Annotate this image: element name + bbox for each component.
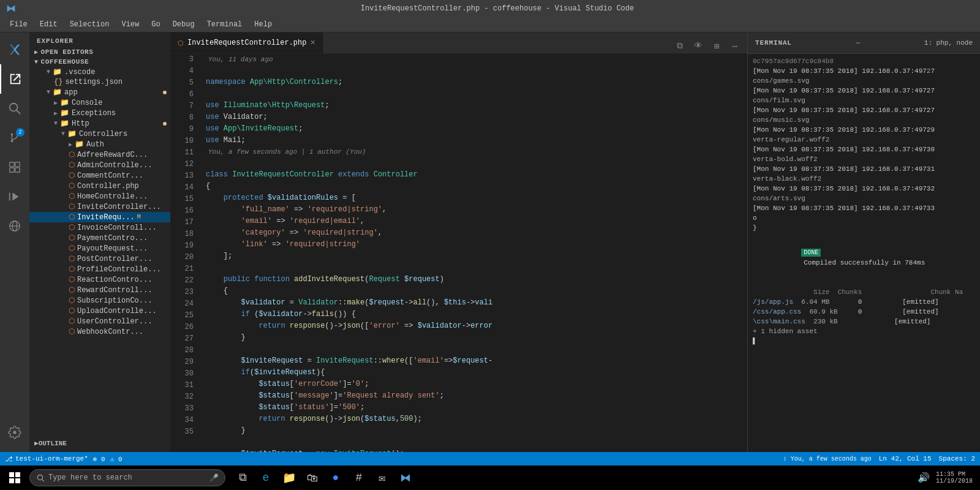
code-line-21: $validator = Validator::make($request->a… <box>206 297 742 309</box>
edge-icon[interactable]: e <box>256 468 276 488</box>
activity-source-control-icon[interactable]: 2 <box>0 123 29 153</box>
svg-point-4 <box>11 140 13 143</box>
code-line-4 <box>206 88 742 100</box>
tree-post-file[interactable]: ⬡ PostController... <box>29 254 170 264</box>
tree-controller-file[interactable]: ⬡ Controller.php <box>29 181 170 191</box>
php-icon: ⬡ <box>69 306 75 315</box>
code-line-33 <box>206 437 742 448</box>
status-spaces[interactable]: Spaces: 2 <box>939 455 975 462</box>
activity-settings-icon[interactable] <box>0 418 29 447</box>
tree-payment-file[interactable]: ⬡ PaymentContro... <box>29 233 170 243</box>
folder-label: Console <box>72 99 102 107</box>
coffeehouse-arrow: ▼ <box>34 59 39 66</box>
tree-webhook-file[interactable]: ⬡ WebhookContr... <box>29 326 170 337</box>
php-icon: ⬡ <box>69 296 75 305</box>
tree-controllers-folder[interactable]: ▼ 📁 Controllers <box>29 129 170 139</box>
tree-upload-file[interactable]: ⬡ UploadControlle... <box>29 306 170 316</box>
view-in-explorer-button[interactable]: ⊞ <box>709 39 724 53</box>
tree-vscode-folder[interactable]: ▼ 📁 .vscode <box>29 67 170 77</box>
split-editor-button[interactable]: ⧉ <box>673 39 687 53</box>
tree-invite-controller-file[interactable]: ⬡ InviteController... <box>29 202 170 212</box>
php-icon: ⬡ <box>69 160 75 170</box>
tree-comment-file[interactable]: ⬡ CommentContr... <box>29 170 170 181</box>
task-view-button[interactable]: ⧉ <box>233 468 252 488</box>
tree-subscription-file[interactable]: ⬡ SubscriptionCo... <box>29 295 170 306</box>
svg-rect-17 <box>15 478 20 483</box>
menu-terminal[interactable]: Terminal <box>202 19 247 30</box>
svg-rect-5 <box>10 162 14 167</box>
menu-file[interactable]: File <box>5 19 32 30</box>
tree-adfree-file[interactable]: ⬡ AdfreeRewardC... <box>29 149 170 160</box>
tree-app-folder[interactable]: ▼ 📁 app <box>29 87 170 97</box>
terminal-line: [Mon Nov 19 08:37:35 2018] 192.168.0.37:… <box>753 66 975 76</box>
menu-edit[interactable]: Edit <box>35 19 62 30</box>
activity-explorer-icon[interactable] <box>0 64 29 94</box>
chrome-icon[interactable]: ● <box>326 468 345 488</box>
folder-label: Http <box>72 119 89 128</box>
outline-header[interactable]: ▶ OUTLINE <box>29 437 170 450</box>
tree-profile-file[interactable]: ⬡ ProfileControlle... <box>29 264 170 274</box>
code-line-29: $status['message']='Request already sent… <box>206 390 742 402</box>
menu-view[interactable]: View <box>116 19 144 30</box>
terminal-tab[interactable]: 1: php, node <box>924 39 973 47</box>
volume-icon[interactable]: 🔊 <box>916 470 931 485</box>
terminal-hidden: + 1 hidden asset <box>753 326 975 336</box>
more-actions-button[interactable]: ⋯ <box>728 39 742 53</box>
activity-debug-icon[interactable] <box>0 182 29 211</box>
svg-point-18 <box>37 475 42 480</box>
taskbar-search[interactable]: Type here to search 🎤 <box>29 469 225 486</box>
status-position[interactable]: Ln 42, Col 15 <box>879 455 932 462</box>
file-label: AdminControlle... <box>77 161 152 170</box>
status-errors[interactable]: ⊗ 0 <box>93 455 105 463</box>
tree-home-file[interactable]: ⬡ HomeControlle... <box>29 191 170 202</box>
tab-close-button[interactable]: × <box>310 38 315 48</box>
open-editors-header[interactable]: ▶ OPEN EDITORS <box>29 47 170 57</box>
file-label: settings.json <box>65 78 123 86</box>
terminal-line: [Mon Nov 19 08:37:35 2018] 192.168.0.37:… <box>753 203 975 213</box>
source-control-badge: 2 <box>16 128 24 137</box>
menu-debug[interactable]: Debug <box>168 19 200 30</box>
code-line-15: 'category' => 'required|string', <box>206 227 742 239</box>
tree-invoice-file[interactable]: ⬡ InvoiceControll... <box>29 222 170 233</box>
modified-dot <box>163 122 167 126</box>
activity-vscode-icon[interactable] <box>0 35 29 64</box>
tree-exceptions-folder[interactable]: ▶ 📁 Exceptions <box>29 108 170 118</box>
tree-reward-file[interactable]: ⬡ RewardControll... <box>29 285 170 295</box>
status-branch[interactable]: ⎇ test-ui-orm-merge* <box>5 455 88 463</box>
activity-extensions-icon[interactable] <box>0 153 29 182</box>
terminal-line: [Mon Nov 19 08:37:35 2018] 192.168.0.37:… <box>753 164 975 174</box>
php-icon: ⬡ <box>69 327 75 336</box>
tree-console-folder[interactable]: ▶ 📁 Console <box>29 97 170 108</box>
store-icon[interactable]: 🛍 <box>303 468 322 488</box>
tree-reaction-file[interactable]: ⬡ ReactionContro... <box>29 274 170 285</box>
start-button[interactable] <box>2 466 27 490</box>
activity-search-icon[interactable] <box>0 94 29 123</box>
code-line-17: ]; <box>206 251 742 262</box>
tree-settings-json[interactable]: {} settings.json <box>29 77 170 87</box>
terminal-line: } <box>753 223 975 233</box>
hashtag-icon[interactable]: # <box>349 468 369 488</box>
code-line-24: } <box>206 332 742 344</box>
tree-payout-file[interactable]: ⬡ PayoutRequest... <box>29 243 170 254</box>
vscode-taskbar-icon[interactable]: ⧓ <box>396 468 415 488</box>
activity-remote-icon[interactable] <box>0 211 29 241</box>
tree-admin-file[interactable]: ⬡ AdminControlle... <box>29 160 170 170</box>
menu-go[interactable]: Go <box>146 19 165 30</box>
terminal-content[interactable]: 0c7957ac9d677c9c84b8 [Mon Nov 19 08:37:3… <box>748 54 980 452</box>
tab-bar: ⬡ InviteRequestController.php × ⧉ 👁 ⊞ ⋯ <box>170 32 747 54</box>
coffeehouse-header[interactable]: ▼ COFFEEHOUSE <box>29 57 170 67</box>
tree-http-folder[interactable]: ▼ 📁 Http <box>29 118 170 129</box>
toggle-preview-button[interactable]: 👁 <box>691 39 706 53</box>
tree-invite-request-file[interactable]: ⬡ InviteRequ... M <box>29 212 170 222</box>
tab-invite-request[interactable]: ⬡ InviteRequestController.php × <box>170 32 323 53</box>
explorer-icon[interactable]: 📁 <box>279 468 299 488</box>
status-warnings[interactable]: ⚠ 0 <box>110 455 123 463</box>
mail-icon[interactable]: ✉ <box>372 468 392 488</box>
tree-user-file[interactable]: ⬡ UserController... <box>29 316 170 326</box>
menu-selection[interactable]: Selection <box>65 19 115 30</box>
terminal-line: o <box>753 213 975 223</box>
menu-help[interactable]: Help <box>249 19 277 30</box>
terminal-more-button[interactable]: ⋯ <box>856 39 860 48</box>
tree-auth-folder[interactable]: ▶ 📁 Auth <box>29 139 170 149</box>
code-content[interactable]: You, 11 days ago namespace App\Http\Cont… <box>201 54 747 452</box>
